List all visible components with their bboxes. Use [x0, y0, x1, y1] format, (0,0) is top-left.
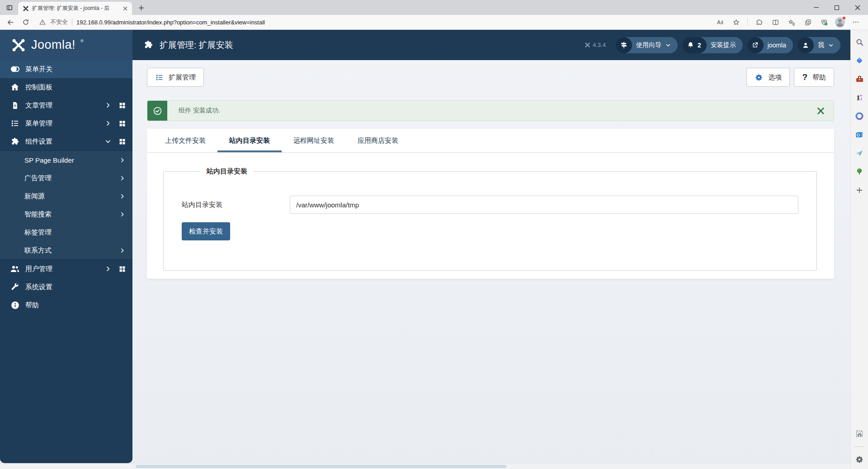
split-screen-button[interactable] [769, 16, 782, 28]
dashboard-grid-icon[interactable] [118, 102, 126, 109]
submenu-item-banners[interactable]: 广告管理 [0, 169, 132, 187]
tab-web-catalog[interactable]: 应用商店安装 [346, 129, 410, 152]
alert-close-button[interactable] [807, 101, 834, 121]
content-area: 扩展管理 选项 ? 帮助 组件 安装成功. [132, 60, 850, 463]
joomla-favicon-icon [23, 5, 29, 12]
outlook-icon[interactable] [854, 129, 865, 141]
options-button[interactable]: 选项 [746, 68, 790, 87]
collections-button[interactable] [785, 16, 798, 28]
guided-tour-button[interactable]: 使用向导 [616, 37, 678, 53]
sidebar-item-components[interactable]: 组件设置 [0, 132, 132, 150]
extensions-puzzle-icon [755, 19, 763, 26]
toolbar-right: 选项 ? 帮助 [746, 68, 834, 87]
notification-count: 2 [698, 42, 701, 49]
back-button[interactable] [4, 16, 17, 28]
admin-sidebar: 菜单开关 控制面板 文章管理 [0, 60, 132, 463]
chevron-right-icon [105, 102, 111, 108]
joomla-header: Joomla!® 扩展管理: 扩展安装 4.3.4 使用向导 [0, 30, 850, 60]
notifications-button[interactable]: 2 安装提示 [682, 37, 743, 53]
sidebar-item-menu-toggle[interactable]: 菜单开关 [0, 60, 132, 78]
check-circle-icon [147, 101, 167, 121]
tab-panel-folder-install: 站内目录安装 站内目录安装 检查并安装 [147, 153, 834, 279]
add-to-sidebar-icon[interactable] [854, 184, 865, 196]
address-field[interactable]: 不安全 192.168.0.99/administrator/index.php… [34, 18, 711, 26]
browser-essentials-button[interactable] [817, 16, 831, 28]
submenu-item-contacts[interactable]: 联系方式 [0, 241, 132, 259]
dashboard-grid-icon[interactable] [118, 120, 126, 127]
joomla-logo[interactable]: Joomla!® [0, 30, 132, 60]
scrollbar-thumb[interactable] [136, 465, 506, 468]
user-menu-button[interactable]: 我 [797, 37, 840, 53]
games-icon[interactable] [854, 92, 865, 103]
tab-actions-button[interactable] [3, 1, 16, 14]
check-install-button[interactable]: 检查并安装 [182, 222, 230, 240]
tab-install-from-url[interactable]: 远程网址安装 [282, 129, 346, 152]
settings-gear-icon[interactable] [854, 454, 865, 465]
alert-message: 组件 安装成功. [167, 101, 807, 121]
sidebar-item-help[interactable]: 帮助 [0, 296, 132, 314]
minimize-button[interactable] [806, 0, 826, 15]
browser-tab-bar: 扩展管理: 扩展安装 - joomla - 后 [0, 0, 868, 15]
folder-path-label: 站内目录安装 [182, 201, 290, 209]
help-button[interactable]: ? 帮助 [794, 68, 834, 87]
toolbar-separator [747, 18, 748, 26]
dashboard-grid-icon[interactable] [118, 138, 126, 145]
dashboard-grid-icon[interactable] [118, 265, 126, 273]
browser-menu-button[interactable] [849, 16, 863, 28]
tab-close-icon[interactable] [121, 5, 129, 13]
chevron-right-icon [119, 157, 125, 163]
security-label: 不安全 [50, 18, 68, 26]
folder-path-input[interactable] [290, 196, 798, 214]
chevron-right-icon [119, 193, 125, 199]
tab-install-from-folder[interactable]: 站内目录安装 [217, 129, 282, 152]
refresh-button[interactable] [19, 16, 33, 28]
chevron-down-icon [828, 42, 834, 48]
web-capture-icon[interactable] [854, 428, 865, 440]
copilot-copy-button[interactable] [801, 16, 815, 28]
signpost-icon [616, 37, 632, 53]
read-aloud-button[interactable] [713, 16, 726, 28]
ellipsis-icon [852, 19, 859, 26]
tab-layout-icon [6, 4, 13, 11]
submenu-item-news-feeds[interactable]: 新闻源 [0, 187, 132, 205]
sidebar-item-content[interactable]: 文章管理 [0, 96, 132, 114]
puzzle-icon [7, 137, 23, 146]
sidebar-item-menus[interactable]: 菜单管理 [0, 114, 132, 132]
star-icon [732, 19, 740, 26]
version-number: 4.3.4 [593, 42, 606, 48]
new-tab-button[interactable] [135, 1, 147, 14]
tab-upload-package[interactable]: 上传文件安装 [153, 129, 217, 152]
close-button[interactable] [847, 0, 868, 15]
drop-icon[interactable] [854, 147, 865, 159]
gear-icon [755, 73, 763, 82]
extensions-button[interactable] [752, 16, 766, 28]
joomla-logo-icon [11, 38, 26, 53]
joomla-version-icon [585, 42, 590, 48]
tree-icon[interactable] [854, 166, 865, 178]
sidebar-item-dashboard[interactable]: 控制面板 [0, 78, 132, 96]
success-alert: 组件 安装成功. [147, 100, 834, 121]
submenu-item-sp-page-builder[interactable]: SP Page Builder [0, 151, 132, 169]
sidebar-item-users[interactable]: 用户管理 [0, 260, 132, 278]
search-icon[interactable] [854, 36, 865, 48]
extensions-manage-button[interactable]: 扩展管理 [147, 68, 204, 87]
guided-tour-label: 使用向导 [636, 41, 661, 49]
user-menu-label: 我 [818, 41, 824, 49]
shopping-icon[interactable] [854, 55, 865, 66]
browser-tab[interactable]: 扩展管理: 扩展安装 - joomla - 后 [18, 2, 132, 15]
favorites-button[interactable] [729, 16, 743, 28]
microsoft-365-icon[interactable] [854, 110, 865, 122]
sidebar-item-system[interactable]: 系统设置 [0, 278, 132, 296]
submenu-item-smart-search[interactable]: 智能搜索 [0, 205, 132, 223]
maximize-button[interactable] [826, 0, 847, 15]
info-icon [7, 300, 23, 310]
horizontal-scrollbar[interactable] [0, 463, 850, 469]
toolbox-icon[interactable] [854, 73, 865, 85]
list-icon [155, 73, 164, 82]
browser-profile-button[interactable] [834, 16, 846, 28]
submenu-item-tags[interactable]: 标签管理 [0, 223, 132, 241]
external-link-icon [747, 37, 764, 53]
not-secure-warning-icon [39, 19, 46, 26]
preview-site-label: joomla [768, 42, 786, 49]
preview-site-button[interactable]: joomla [747, 37, 793, 53]
